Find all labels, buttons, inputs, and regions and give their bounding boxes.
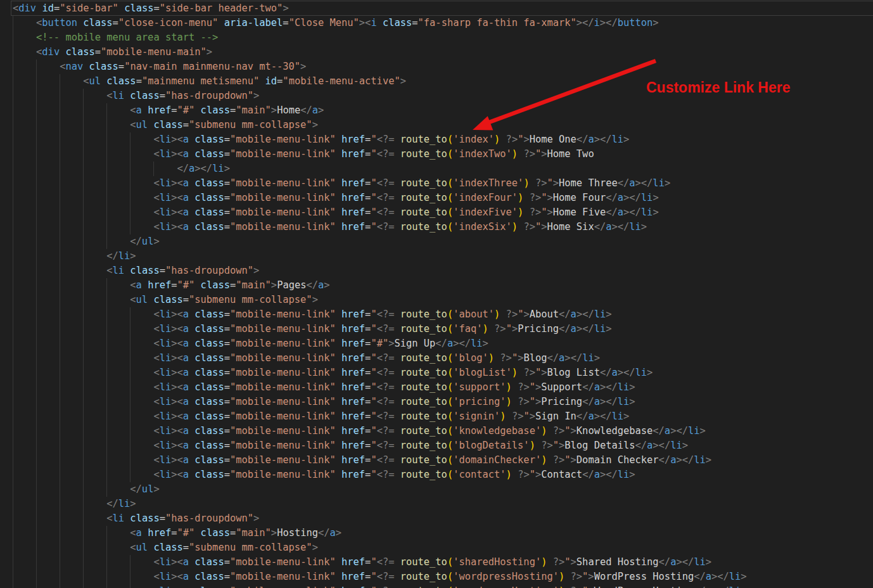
code-token: "#" — [177, 105, 195, 116]
code-token: route_to — [400, 221, 447, 233]
code-token: li — [653, 177, 665, 189]
code-line[interactable]: </ul> — [0, 234, 873, 249]
indent-guide — [36, 526, 37, 540]
code-line[interactable]: <li><a class="mobile-menu-link" href="<?… — [0, 132, 873, 147]
code-token: route_to — [400, 148, 447, 160]
code-token — [394, 571, 400, 582]
code-token: < — [130, 105, 136, 116]
code-token — [189, 134, 194, 145]
code-token — [336, 207, 341, 218]
code-token: 'wordpressHosting' — [453, 571, 559, 582]
code-token: a — [183, 309, 189, 320]
code-token: "mobile-menu-link" — [230, 134, 336, 145]
code-line[interactable]: <a href="#" class="main">Pages</a> — [0, 278, 873, 293]
code-line[interactable]: <button class="close-icon-menu" aria-lab… — [0, 16, 873, 30]
code-line[interactable]: <li><a class="mobile-menu-link" href="<?… — [0, 468, 873, 482]
code-token: a — [183, 367, 189, 378]
code-line[interactable]: <li><a class="mobile-menu-link" href="<?… — [0, 220, 873, 234]
code-line[interactable]: <li><a class="mobile-menu-link" href="<?… — [0, 147, 873, 162]
code-line[interactable]: <li><a class="mobile-menu-link" href="<?… — [0, 191, 873, 205]
code-token: "side-bar header-two" — [160, 3, 283, 14]
code-line[interactable]: <!-- mobile menu area start --> — [0, 30, 873, 45]
code-token: < — [153, 469, 159, 480]
indent-guide — [83, 322, 84, 336]
code-token: ?> — [553, 425, 565, 437]
code-token: a — [670, 556, 676, 568]
code-token: a — [670, 454, 676, 466]
code-line[interactable]: <li class="has-droupdown"> — [0, 511, 873, 526]
code-line[interactable]: <li><a class="mobile-menu-link" href="<?… — [0, 555, 873, 570]
code-line[interactable]: <li><a class="mobile-menu-link" href="<?… — [0, 584, 873, 588]
code-token: = — [365, 352, 371, 364]
code-line[interactable]: <li class="has-droupdown"> — [0, 264, 873, 278]
code-line[interactable]: <li><a class="mobile-menu-link" href="<?… — [0, 570, 873, 584]
code-line[interactable]: <ul class="submenu mm-collapse"> — [0, 540, 873, 555]
code-line[interactable]: <a href="#" class="main">Home</a> — [0, 103, 873, 118]
code-token: li — [160, 309, 172, 320]
code-token: = — [283, 17, 288, 29]
indent-guide — [106, 351, 107, 366]
code-token: " — [371, 556, 376, 568]
indent-guide — [13, 249, 13, 264]
code-token: > — [253, 90, 259, 101]
code-token — [564, 571, 570, 582]
code-token: ( — [447, 381, 453, 393]
code-line[interactable]: </li> — [0, 497, 873, 511]
code-token: "mainmenu metismenu" — [142, 75, 259, 87]
code-token: class — [130, 265, 159, 276]
code-token: class — [201, 279, 230, 291]
code-line[interactable]: <ul class="submenu mm-collapse"> — [0, 293, 873, 307]
code-line[interactable]: </ul> — [0, 482, 873, 497]
code-token: " — [371, 454, 376, 466]
code-token: a — [136, 527, 142, 539]
code-token: li — [694, 454, 706, 466]
code-token: = — [230, 527, 236, 539]
code-line[interactable]: <div id="side-bar" class="side-bar heade… — [0, 1, 873, 16]
code-token: >< — [171, 381, 183, 393]
code-token: "main" — [236, 527, 271, 539]
code-token: ></ — [711, 571, 729, 582]
indent-guide — [13, 293, 13, 307]
code-line[interactable]: <li><a class="mobile-menu-link" href="<?… — [0, 395, 873, 409]
indent-guide — [36, 468, 37, 482]
code-line[interactable]: <li><a class="mobile-menu-link" href="<?… — [0, 307, 873, 322]
code-token — [394, 207, 400, 218]
code-token: a — [183, 221, 189, 233]
code-line[interactable]: </a></li> — [0, 162, 873, 176]
code-token — [336, 381, 341, 393]
code-line[interactable]: <li><a class="mobile-menu-link" href="<?… — [0, 322, 873, 336]
indent-guide — [106, 234, 107, 249]
code-line[interactable]: <li><a class="mobile-menu-link" href="<?… — [0, 366, 873, 380]
code-token: li — [160, 381, 172, 393]
code-token: ( — [447, 134, 453, 145]
code-token: li — [160, 571, 172, 582]
code-token: "has-droupdown" — [165, 90, 253, 101]
code-line[interactable]: <li><a class="mobile-menu-link" href="<?… — [0, 438, 873, 453]
code-line[interactable]: <a href="#" class="main">Hosting</a> — [0, 526, 873, 540]
code-line[interactable]: <li><a class="mobile-menu-link" href="#"… — [0, 336, 873, 351]
code-line[interactable]: <li><a class="mobile-menu-link" href="<?… — [0, 176, 873, 191]
code-line[interactable]: <li><a class="mobile-menu-link" href="<?… — [0, 409, 873, 424]
code-line[interactable]: <ul class="submenu mm-collapse"> — [0, 118, 873, 132]
code-token: >< — [171, 148, 183, 160]
indent-guide — [130, 468, 131, 482]
code-line[interactable]: <div class="mobile-menu-main"> — [0, 45, 873, 60]
code-token — [518, 148, 523, 160]
code-line[interactable]: <nav class="nav-main mainmenu-nav mt--30… — [0, 60, 873, 74]
indent-guide — [13, 16, 13, 30]
code-token: li — [113, 90, 125, 101]
code-token: </ — [582, 381, 594, 393]
code-token: class — [194, 469, 224, 480]
indent-guide — [83, 497, 84, 511]
code-line[interactable]: </li> — [0, 249, 873, 264]
code-line[interactable]: <li><a class="mobile-menu-link" href="<?… — [0, 424, 873, 438]
code-token: = — [365, 177, 371, 189]
code-line[interactable]: <li><a class="mobile-menu-link" href="<?… — [0, 205, 873, 220]
code-line[interactable]: <li><a class="mobile-menu-link" href="<?… — [0, 380, 873, 395]
code-token: < — [106, 265, 112, 276]
indent-guide — [130, 220, 131, 234]
code-token — [394, 556, 400, 568]
code-line[interactable]: <li><a class="mobile-menu-link" href="<?… — [0, 453, 873, 468]
code-line[interactable]: <li><a class="mobile-menu-link" href="<?… — [0, 351, 873, 366]
code-token: li — [113, 513, 125, 524]
